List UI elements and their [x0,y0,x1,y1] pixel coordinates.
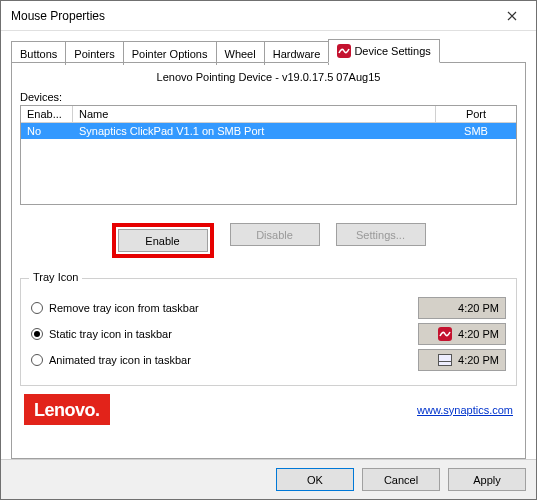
ok-button[interactable]: OK [276,468,354,491]
radio-static[interactable] [31,328,43,340]
apply-button[interactable]: Apply [448,468,526,491]
disable-button[interactable]: Disable [230,223,320,246]
device-driver-title: Lenovo Pointing Device - v19.0.17.5 07Au… [20,71,517,83]
radio-animated[interactable] [31,354,43,366]
tray-option-label: Static tray icon in taskbar [49,328,418,340]
tray-icon-group: Tray Icon Remove tray icon from taskbar … [20,278,517,386]
cell-enabled: No [21,123,73,139]
tray-option-animated[interactable]: Animated tray icon in taskbar 4:20 PM [31,349,506,371]
synaptics-icon [337,44,351,58]
titlebar: Mouse Properties [1,1,536,31]
tray-option-remove[interactable]: Remove tray icon from taskbar 4:20 PM [31,297,506,319]
panel-footer: Lenovo. www.synaptics.com [20,394,517,425]
table-row[interactable]: No Synaptics ClickPad V1.1 on SMB Port S… [21,123,516,139]
synaptics-icon [438,327,452,341]
lenovo-logo: Lenovo. [24,394,110,425]
tray-preview-static: 4:20 PM [418,323,506,345]
devices-grid[interactable]: Enab... Name Port No Synaptics ClickPad … [20,105,517,205]
col-name[interactable]: Name [73,106,436,123]
clock-time: 4:20 PM [458,328,499,340]
touchpad-icon [438,354,452,366]
tray-option-label: Animated tray icon in taskbar [49,354,418,366]
window-title: Mouse Properties [11,9,489,23]
grid-header: Enab... Name Port [21,106,516,123]
device-buttons-row: Enable Disable Settings... [20,223,517,258]
close-icon [507,11,517,21]
dialog-button-bar: OK Cancel Apply [1,459,536,499]
close-button[interactable] [489,2,534,30]
cancel-button[interactable]: Cancel [362,468,440,491]
tab-strip: Buttons Pointers Pointer Options Wheel H… [11,39,526,63]
tray-option-static[interactable]: Static tray icon in taskbar 4:20 PM [31,323,506,345]
devices-label: Devices: [20,91,517,103]
col-enabled[interactable]: Enab... [21,106,73,123]
cell-port: SMB [436,123,516,139]
clock-time: 4:20 PM [458,302,499,314]
tab-device-settings[interactable]: Device Settings [328,39,439,63]
cell-name: Synaptics ClickPad V1.1 on SMB Port [73,123,436,139]
clock-time: 4:20 PM [458,354,499,366]
tray-option-label: Remove tray icon from taskbar [49,302,418,314]
col-port[interactable]: Port [436,106,516,123]
synaptics-link[interactable]: www.synaptics.com [417,404,513,416]
radio-remove[interactable] [31,302,43,314]
mouse-properties-window: Mouse Properties Buttons Pointers Pointe… [0,0,537,500]
tray-preview-animated: 4:20 PM [418,349,506,371]
enable-button[interactable]: Enable [118,229,208,252]
tray-icon-group-title: Tray Icon [29,271,82,283]
tray-preview-none: 4:20 PM [418,297,506,319]
enable-highlight: Enable [112,223,214,258]
device-settings-panel: Lenovo Pointing Device - v19.0.17.5 07Au… [11,63,526,459]
settings-button[interactable]: Settings... [336,223,426,246]
